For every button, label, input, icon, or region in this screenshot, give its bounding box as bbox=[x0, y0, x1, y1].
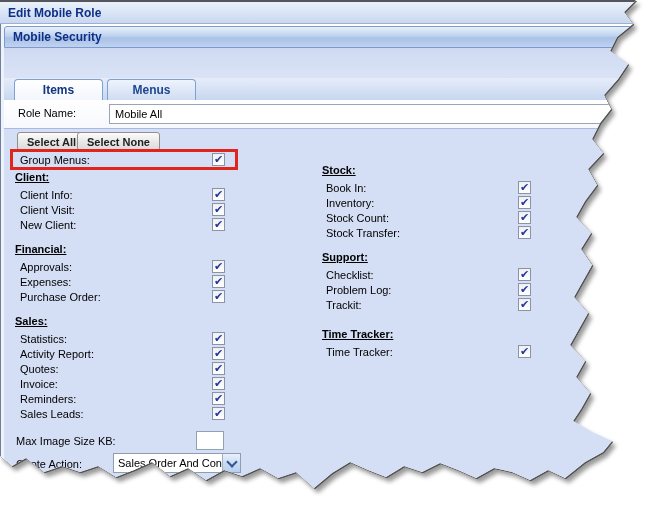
item-label: Approvals: bbox=[20, 261, 72, 273]
role-name-input[interactable] bbox=[109, 104, 617, 124]
check-icon: ✔ bbox=[214, 348, 223, 359]
role-name-row: Role Name: bbox=[4, 100, 649, 128]
item-label: Quotes: bbox=[20, 363, 59, 375]
list-item: Invoice:✔ bbox=[0, 376, 225, 391]
check-icon: ✔ bbox=[214, 378, 223, 389]
dropdown-button[interactable] bbox=[222, 454, 240, 472]
trackit-checkbox[interactable]: ✔ bbox=[518, 298, 531, 311]
app-window: Edit Mobile Role Mobile Security Items M… bbox=[0, 0, 649, 512]
list-item: Stock Count:✔ bbox=[322, 210, 531, 225]
section-header: Financial: bbox=[0, 241, 225, 257]
check-icon: ✔ bbox=[214, 204, 223, 215]
check-icon: ✔ bbox=[214, 154, 223, 165]
section-header: Time Tracker: bbox=[322, 326, 531, 342]
section-support: Support:Checklist:✔Problem Log:✔Trackit:… bbox=[322, 249, 531, 312]
approvals-checkbox[interactable]: ✔ bbox=[212, 260, 225, 273]
invoice-checkbox[interactable]: ✔ bbox=[212, 377, 225, 390]
list-item: New Client:✔ bbox=[0, 217, 225, 232]
max-image-size-input[interactable] bbox=[196, 431, 224, 450]
client-visit-checkbox[interactable]: ✔ bbox=[212, 203, 225, 216]
item-label: Stock Transfer: bbox=[326, 227, 400, 239]
item-label: Client Info: bbox=[20, 189, 73, 201]
section-header: Stock: bbox=[322, 162, 531, 178]
item-label: Time Tracker: bbox=[326, 346, 393, 358]
left-checkbox-column: Client:Client Info:✔Client Visit:✔New Cl… bbox=[0, 169, 225, 421]
quote-action-label: Quote Action: bbox=[16, 458, 82, 470]
list-item: Quotes:✔ bbox=[0, 361, 225, 376]
list-item: Client Visit:✔ bbox=[0, 202, 225, 217]
reminders-checkbox[interactable]: ✔ bbox=[212, 392, 225, 405]
item-label: Statistics: bbox=[20, 333, 67, 345]
tab-items-label: Items bbox=[43, 83, 74, 97]
check-icon: ✔ bbox=[520, 197, 529, 208]
time-tracker-checkbox[interactable]: ✔ bbox=[518, 345, 531, 358]
check-icon: ✔ bbox=[214, 333, 223, 344]
quotes-checkbox[interactable]: ✔ bbox=[212, 362, 225, 375]
check-icon: ✔ bbox=[520, 212, 529, 223]
item-label: Expenses: bbox=[20, 276, 71, 288]
section-financial: Financial:Approvals:✔Expenses:✔Purchase … bbox=[0, 241, 225, 304]
list-item: Trackit:✔ bbox=[322, 297, 531, 312]
quote-action-select[interactable]: Sales Order And Confi bbox=[113, 453, 241, 473]
item-label: Activity Report: bbox=[20, 348, 94, 360]
section-header: Sales: bbox=[0, 313, 225, 329]
expenses-checkbox[interactable]: ✔ bbox=[212, 275, 225, 288]
list-item: Book In:✔ bbox=[322, 180, 531, 195]
item-label: Checklist: bbox=[326, 269, 374, 281]
item-label: Sales Leads: bbox=[20, 408, 84, 420]
list-item: Time Tracker:✔ bbox=[322, 344, 531, 359]
tab-items[interactable]: Items bbox=[14, 79, 103, 100]
item-label: Invoice: bbox=[20, 378, 58, 390]
list-item: Client Info:✔ bbox=[0, 187, 225, 202]
tab-strip: Items Menus bbox=[4, 78, 649, 101]
check-icon: ✔ bbox=[214, 408, 223, 419]
window-titlebar: Edit Mobile Role bbox=[0, 0, 649, 24]
sales-leads-checkbox[interactable]: ✔ bbox=[212, 407, 225, 420]
inventory-checkbox[interactable]: ✔ bbox=[518, 196, 531, 209]
new-client-checkbox[interactable]: ✔ bbox=[212, 218, 225, 231]
book-in-checkbox[interactable]: ✔ bbox=[518, 181, 531, 194]
problem-log-checkbox[interactable]: ✔ bbox=[518, 283, 531, 296]
panel-header: Mobile Security bbox=[4, 26, 649, 48]
item-label: Reminders: bbox=[20, 393, 76, 405]
check-icon: ✔ bbox=[520, 227, 529, 238]
panel-title: Mobile Security bbox=[13, 30, 102, 44]
list-item: Stock Transfer:✔ bbox=[322, 225, 531, 240]
torn-screenshot: Edit Mobile Role Mobile Security Items M… bbox=[0, 0, 649, 512]
check-icon: ✔ bbox=[214, 189, 223, 200]
section-header: Support: bbox=[322, 249, 531, 265]
section-sales: Sales:Statistics:✔Activity Report:✔Quote… bbox=[0, 313, 225, 421]
max-image-size-label: Max Image Size KB: bbox=[16, 435, 116, 447]
item-label: Inventory: bbox=[326, 197, 374, 209]
item-label: Trackit: bbox=[326, 299, 362, 311]
check-icon: ✔ bbox=[520, 182, 529, 193]
section-client: Client:Client Info:✔Client Visit:✔New Cl… bbox=[0, 169, 225, 232]
group-menus-checkbox[interactable]: ✔ bbox=[212, 153, 225, 166]
list-item: Inventory:✔ bbox=[322, 195, 531, 210]
list-item: Problem Log:✔ bbox=[322, 282, 531, 297]
item-label: Book In: bbox=[326, 182, 366, 194]
statistics-checkbox[interactable]: ✔ bbox=[212, 332, 225, 345]
client-info-checkbox[interactable]: ✔ bbox=[212, 188, 225, 201]
check-icon: ✔ bbox=[214, 291, 223, 302]
purchase-order-checkbox[interactable]: ✔ bbox=[212, 290, 225, 303]
section-header: Client: bbox=[0, 169, 225, 185]
section-stock: Stock:Book In:✔Inventory:✔Stock Count:✔S… bbox=[322, 162, 531, 240]
check-icon: ✔ bbox=[520, 284, 529, 295]
list-item: Sales Leads:✔ bbox=[0, 406, 225, 421]
check-icon: ✔ bbox=[520, 269, 529, 280]
check-icon: ✔ bbox=[214, 276, 223, 287]
stock-count-checkbox[interactable]: ✔ bbox=[518, 211, 531, 224]
chevron-down-icon bbox=[226, 456, 237, 467]
checklist-checkbox[interactable]: ✔ bbox=[518, 268, 531, 281]
list-item: Checklist:✔ bbox=[322, 267, 531, 282]
role-name-label: Role Name: bbox=[18, 107, 76, 119]
list-item: Activity Report:✔ bbox=[0, 346, 225, 361]
section-time-tracker: Time Tracker:Time Tracker:✔ bbox=[322, 326, 531, 359]
group-menus-highlight-box: Group Menus: ✔ bbox=[10, 149, 238, 170]
activity-report-checkbox[interactable]: ✔ bbox=[212, 347, 225, 360]
stock-transfer-checkbox[interactable]: ✔ bbox=[518, 226, 531, 239]
tab-menus[interactable]: Menus bbox=[107, 79, 196, 100]
list-item: Approvals:✔ bbox=[0, 259, 225, 274]
panel-spacer bbox=[4, 48, 649, 78]
